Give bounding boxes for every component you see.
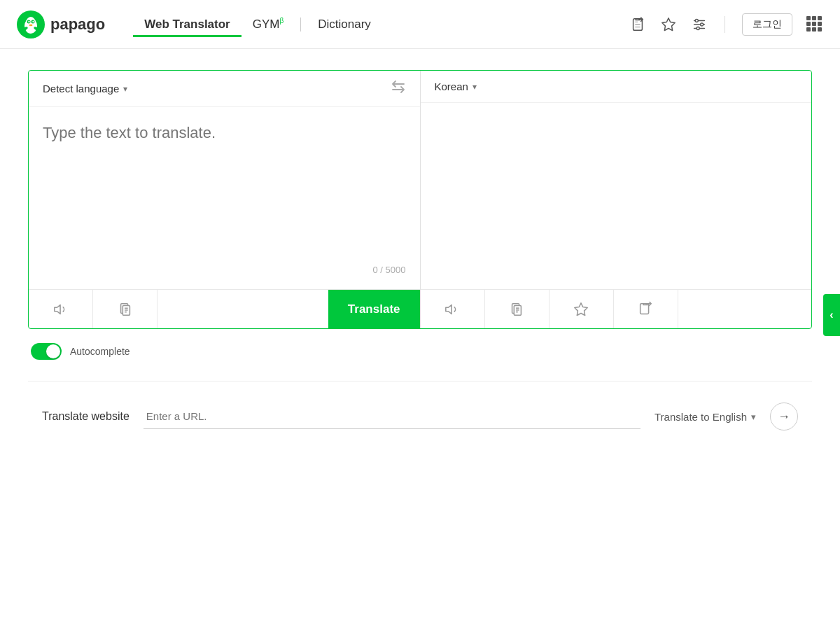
svg-point-16 [696,27,699,29]
svg-point-5 [28,20,29,22]
target-share-button[interactable] [614,290,678,329]
source-toolbar: Translate [29,289,420,328]
source-language-selector[interactable]: Detect language ▾ [43,83,127,94]
website-translator-section: Translate website Translate to English ▾… [28,402,812,430]
main-content: Detect language ▾ 0 / 5000 [0,49,840,451]
apps-grid-icon[interactable] [806,16,823,33]
char-count-label: 0 / 5000 [43,265,406,275]
target-favorite-button[interactable] [550,290,614,329]
nav-divider [300,18,301,31]
login-button[interactable]: 로그인 [742,13,792,36]
bookmark-star-icon[interactable] [660,16,677,33]
sidebar-toggle-button[interactable]: ‹ [823,294,840,336]
target-lang-header: Korean ▾ [421,71,812,103]
translate-to-selector[interactable]: Translate to English ▾ [654,411,756,423]
source-text-section: 0 / 5000 [29,107,420,289]
url-input-wrapper [144,405,640,429]
svg-point-14 [695,19,698,22]
logo-text: papago [50,15,105,34]
translate-button[interactable]: Translate [328,290,420,329]
translate-to-label: Translate to English [654,411,747,423]
source-speak-button[interactable] [29,290,93,329]
autocomplete-toggle[interactable] [31,343,62,360]
logo-link[interactable]: papago [17,10,105,38]
autocomplete-row: Autocomplete [28,343,812,360]
target-lang-label: Korean [435,80,468,92]
section-divider [28,381,812,382]
source-text-input[interactable] [43,121,406,259]
source-lang-chevron-icon: ▾ [123,84,127,94]
target-lang-chevron-icon: ▾ [472,82,477,92]
nav-web-translator[interactable]: Web Translator [133,12,241,37]
website-translator-label: Translate website [42,410,130,423]
target-toolbar-actions [421,290,812,329]
translate-to-chevron-icon: ▾ [751,412,756,422]
target-text-output [421,103,812,289]
nav-links: Web Translator GYMβ Dictionary [133,11,629,37]
header-right: 로그인 [629,13,823,36]
share-icon[interactable] [629,16,646,33]
source-toolbar-left [29,290,328,329]
target-copy-button[interactable] [485,290,550,329]
toggle-knob [46,344,60,358]
source-copy-button[interactable] [93,290,158,329]
nav-gym[interactable]: GYMβ [241,11,295,37]
svg-point-6 [32,20,34,22]
autocomplete-label: Autocomplete [70,346,130,357]
logo-bird-icon [17,10,45,38]
svg-point-15 [701,22,704,25]
nav-dictionary[interactable]: Dictionary [307,12,382,37]
target-language-selector[interactable]: Korean ▾ [435,80,477,92]
source-lang-header: Detect language ▾ [29,71,420,107]
target-speak-button[interactable] [421,290,485,329]
settings-icon[interactable] [691,16,708,33]
header-divider [724,16,725,33]
target-toolbar [421,289,812,328]
url-input[interactable] [146,410,638,422]
header: papago Web Translator GYMβ Dictionary [0,0,840,49]
translator-box: Detect language ▾ 0 / 5000 [28,70,812,329]
go-translate-website-button[interactable]: → [770,402,798,430]
swap-languages-button[interactable] [391,80,406,97]
source-lang-label: Detect language [43,83,119,94]
arrow-right-icon: → [778,410,790,424]
target-pane: Korean ▾ [421,71,812,328]
source-pane: Detect language ▾ 0 / 5000 [29,71,421,328]
svg-point-7 [29,24,33,25]
